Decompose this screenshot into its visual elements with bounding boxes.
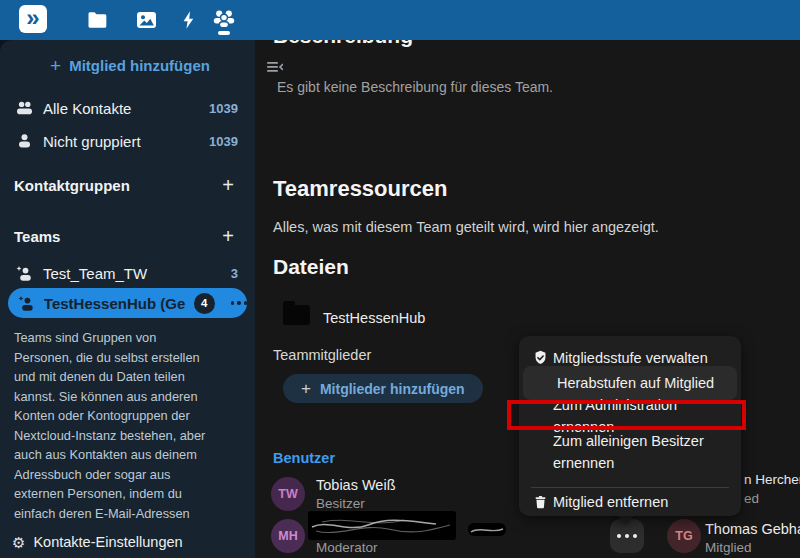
outline-toggle-icon[interactable] — [267, 59, 283, 77]
menu-item-label: Mitglied entfernen — [553, 491, 668, 513]
menu-item-remove-member[interactable]: Mitglied entfernen — [519, 490, 741, 514]
description-empty-text: Es gibt keine Beschreibung für dieses Te… — [277, 79, 553, 95]
contact-count: 1039 — [209, 101, 246, 116]
activity-app-icon[interactable] — [176, 8, 200, 32]
add-member-label: Mitglied hinzufügen — [69, 57, 210, 74]
contacts-settings-button[interactable]: ⚙ Kontakte-Einstellungen — [12, 530, 242, 554]
contacts-group-icon — [16, 101, 33, 115]
sidebar: + Mitglied hinzufügen Alle Kontakte 1039… — [0, 40, 255, 558]
settings-label: Kontakte-Einstellungen — [33, 534, 182, 550]
add-members-label: Mitglieder hinzufügen — [320, 381, 465, 397]
sidebar-item-all-contacts[interactable]: Alle Kontakte 1039 — [10, 93, 246, 123]
member-count-badge: 4 — [194, 293, 215, 314]
avatar: MH — [271, 519, 305, 553]
top-header-bar: » — [0, 0, 800, 40]
contacts-app-icon[interactable] — [212, 8, 236, 32]
caption-label: Kontaktgruppen — [14, 177, 222, 194]
team-actions-button[interactable] — [231, 301, 248, 305]
member-role-fragment: ed — [744, 491, 759, 506]
annotation-highlight-box — [507, 400, 746, 430]
member-name: Tobias Weiß — [316, 477, 396, 493]
teams-description: Teams sind Gruppen von Personen, die du … — [14, 328, 242, 528]
resources-subtitle: Alles, was mit diesem Team geteilt wird,… — [273, 219, 659, 235]
photos-app-icon[interactable] — [134, 8, 158, 32]
active-app-indicator — [218, 31, 230, 35]
member-name: Thomas Gebhar — [705, 521, 800, 537]
menu-item-label: Herabstufen auf Mitglied — [557, 372, 714, 394]
add-members-button[interactable]: + Mitglieder hinzufügen — [283, 374, 483, 403]
member-actions-button[interactable] — [610, 519, 644, 553]
member-name-fragment: n Hercher — [744, 472, 800, 487]
avatar: TW — [271, 477, 305, 511]
member-role: Mitglied — [705, 540, 752, 555]
sidebar-item-label: Test_Team_TW — [43, 265, 221, 282]
plus-icon: + — [50, 56, 61, 75]
team-icon — [18, 296, 35, 311]
avatar: TG — [667, 519, 701, 553]
contact-groups-caption: Kontaktgruppen + — [14, 175, 246, 195]
team-members-label: Teammitglieder — [273, 347, 371, 363]
person-icon — [16, 134, 33, 148]
team-count: 3 — [231, 266, 246, 281]
folder-icon[interactable] — [283, 305, 310, 325]
gear-icon: ⚙ — [12, 535, 25, 550]
app-window: + Mitglied hinzufügen Alle Kontakte 1039… — [0, 0, 800, 558]
sidebar-item-label: Nicht gruppiert — [43, 133, 199, 150]
plus-icon: + — [301, 380, 311, 397]
resources-heading: Teamressourcen — [273, 176, 447, 202]
member-role: Besitzer — [316, 496, 365, 511]
files-app-icon[interactable] — [85, 8, 109, 32]
sidebar-item-team-test[interactable]: Test_Team_TW 3 — [10, 258, 246, 288]
menu-item-sole-owner[interactable]: Zum alleinigen Besitzer ernennen — [519, 430, 741, 480]
menu-item-label: Zum alleinigen Besitzer ernennen — [553, 430, 704, 475]
app-logo[interactable]: » — [19, 5, 47, 33]
files-heading: Dateien — [273, 255, 349, 279]
menu-divider — [531, 487, 729, 488]
shield-check-icon — [531, 349, 549, 367]
redacted-name — [308, 511, 456, 540]
add-member-button[interactable]: + Mitglied hinzufügen — [40, 52, 220, 78]
member-role: Moderator — [316, 540, 378, 555]
file-name[interactable]: TestHessenHub — [323, 310, 425, 326]
sidebar-item-team-selected[interactable]: TestHessenHub (Gemei… 4 — [8, 288, 247, 318]
add-group-button[interactable]: + — [222, 174, 246, 197]
trash-icon — [531, 494, 549, 510]
add-team-button[interactable]: + — [222, 225, 246, 248]
caption-label: Teams — [14, 228, 222, 245]
team-icon — [16, 266, 33, 281]
sidebar-item-label: Alle Kontakte — [43, 100, 199, 117]
redacted-name-tail — [468, 523, 506, 536]
sidebar-item-label: TestHessenHub (Gemei… — [44, 295, 185, 312]
sidebar-item-not-grouped[interactable]: Nicht gruppiert 1039 — [10, 126, 246, 156]
teams-caption: Teams + — [14, 226, 246, 246]
users-section-label: Benutzer — [273, 450, 335, 466]
contact-count: 1039 — [209, 134, 246, 149]
